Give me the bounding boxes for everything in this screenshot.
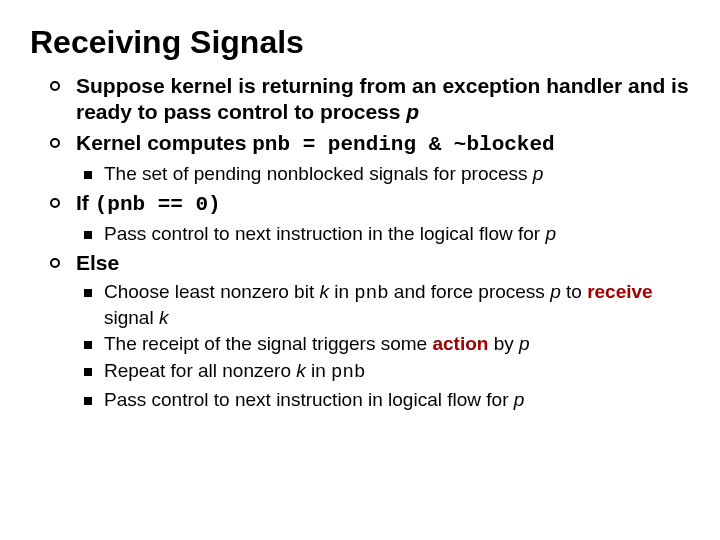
var-k: k [296,360,306,381]
bullet-4: Else [50,250,690,276]
var-k: k [319,281,329,302]
text: The set of pending nonblocked signals fo… [104,163,533,184]
text: and force process [389,281,551,302]
text: Suppose kernel is returning from an exce… [76,74,689,123]
bullet-list: Suppose kernel is returning from an exce… [30,73,690,158]
accent-action: action [432,333,488,354]
sub-bullet: The set of pending nonblocked signals fo… [84,162,690,186]
var-p: p [545,223,556,244]
sub-bullet: The receipt of the signal triggers some … [84,332,690,356]
bullet-2: Kernel computes pnb = pending & ~blocked [50,130,690,158]
text: in [306,360,331,381]
code: pnb = pending & ~blocked [252,133,554,156]
bullet-list: If (pnb == 0) [30,190,690,218]
text: Else [76,251,119,274]
bullet-1: Suppose kernel is returning from an exce… [50,73,690,126]
code: (pnb == 0) [95,193,221,216]
text: Choose least nonzero bit [104,281,319,302]
code-pnb: pnb [354,282,388,304]
text: Repeat for all nonzero [104,360,296,381]
bullet-3: If (pnb == 0) [50,190,690,218]
text: The receipt of the signal triggers some [104,333,432,354]
var-k: k [159,307,169,328]
text: signal [104,307,159,328]
sub-list-3: Choose least nonzero bit k in pnb and fo… [30,280,690,412]
var-p: p [514,389,525,410]
accent-receive: receive [587,281,653,302]
sub-bullet: Choose least nonzero bit k in pnb and fo… [84,280,690,330]
bullet-list: Else [30,250,690,276]
var-p: p [519,333,530,354]
var-p: p [406,100,419,123]
text: Pass control to next instruction in the … [104,223,545,244]
sub-list-1: The set of pending nonblocked signals fo… [30,162,690,186]
code-pnb: pnb [331,361,365,383]
text: If [76,191,95,214]
text: to [561,281,587,302]
var-p: p [550,281,561,302]
sub-bullet: Repeat for all nonzero k in pnb [84,359,690,385]
slide-title: Receiving Signals [30,24,690,61]
sub-list-2: Pass control to next instruction in the … [30,222,690,246]
var-p: p [533,163,544,184]
text: by [488,333,519,354]
slide: Receiving Signals Suppose kernel is retu… [0,0,720,540]
text: Pass control to next instruction in logi… [104,389,514,410]
text: Kernel computes [76,131,252,154]
sub-bullet: Pass control to next instruction in the … [84,222,690,246]
sub-bullet: Pass control to next instruction in logi… [84,388,690,412]
text: in [329,281,354,302]
